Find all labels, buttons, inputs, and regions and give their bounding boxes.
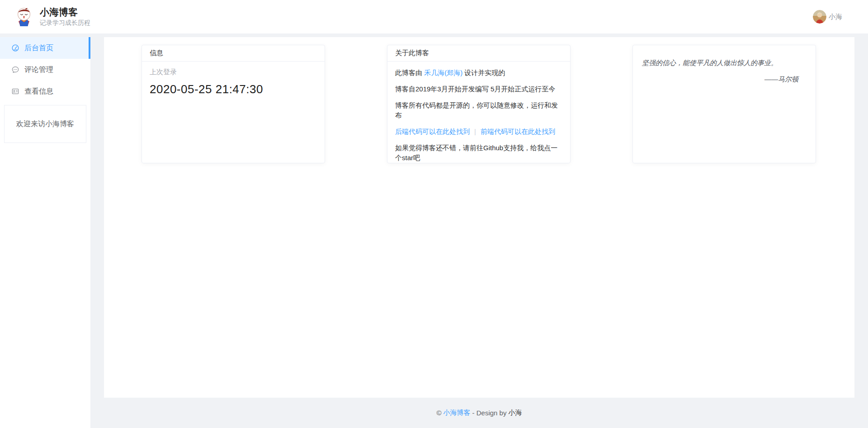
site-logo-icon xyxy=(14,6,34,27)
dashboard-icon xyxy=(11,44,19,52)
sidebar-menu: 后台首页 评论管理 xyxy=(0,37,90,102)
sidebar-item-label: 后台首页 xyxy=(24,43,53,53)
about-card-header: 关于此博客 xyxy=(387,45,570,62)
sidebar-item-label: 查看信息 xyxy=(24,87,53,96)
about-card-body: 此博客由 禾几海(郑海) 设计并实现的 博客自2019年3月开始开发编写 5月开… xyxy=(387,62,570,163)
about-card-title: 关于此博客 xyxy=(395,49,429,57)
header-user-menu[interactable]: 小海 xyxy=(813,10,842,24)
site-subtitle: 记录学习成长历程 xyxy=(40,19,90,27)
author-link[interactable]: 禾几海(郑海) xyxy=(424,69,462,76)
sidebar-item-comments[interactable]: 评论管理 xyxy=(0,59,90,81)
comments-icon xyxy=(11,66,19,74)
main-panel: 信息 上次登录 2020-05-25 21:47:30 关于此博客 此博客由 禾… xyxy=(104,37,854,398)
about-line-star: 如果觉得博客还不错，请前往Github支持我，给我点一个star吧 xyxy=(395,143,562,163)
link-separator: | xyxy=(470,128,481,135)
sidebar-item-profile[interactable]: 查看信息 xyxy=(0,81,90,102)
info-card: 信息 上次登录 2020-05-25 21:47:30 xyxy=(142,45,325,163)
cards-row: 信息 上次登录 2020-05-25 21:47:30 关于此博客 此博客由 禾… xyxy=(142,45,817,163)
sidebar: 后台首页 评论管理 xyxy=(0,37,90,428)
about-line-author: 此博客由 禾几海(郑海) 设计并实现的 xyxy=(395,68,562,78)
quote-text: 坚强的信心，能使平凡的人做出惊人的事业。 xyxy=(642,58,807,68)
user-avatar[interactable] xyxy=(813,10,826,24)
last-login-label: 上次登录 xyxy=(150,68,317,76)
about-line-code-links: 后端代码可以在此处找到|前端代码可以在此处找到 xyxy=(395,127,562,137)
frontend-code-link[interactable]: 前端代码可以在此处找到 xyxy=(481,128,555,135)
sidebar-item-dashboard[interactable]: 后台首页 xyxy=(0,37,90,59)
quote-author: ——马尔顿 xyxy=(642,75,807,84)
welcome-text: 欢迎来访小海博客 xyxy=(16,119,74,129)
last-login-time: 2020-05-25 21:47:30 xyxy=(150,82,317,96)
about-line1-suffix: 设计并实现的 xyxy=(462,69,505,76)
about-line1-prefix: 此博客由 xyxy=(395,69,424,76)
backend-code-link[interactable]: 后端代码可以在此处找到 xyxy=(395,128,470,135)
main-column: 信息 上次登录 2020-05-25 21:47:30 关于此博客 此博客由 禾… xyxy=(104,37,854,428)
copyright-symbol: © xyxy=(437,409,442,417)
footer-middle-text: - Design by xyxy=(472,409,507,417)
page-footer: © 小海博客 - Design by 小海 xyxy=(104,398,854,428)
quote-card-body: 坚强的信心，能使平凡的人做出惊人的事业。 ——马尔顿 xyxy=(633,45,816,93)
app-header: 小海博客 记录学习成长历程 小海 xyxy=(0,0,868,33)
info-card-body: 上次登录 2020-05-25 21:47:30 xyxy=(142,62,325,103)
footer-site-link[interactable]: 小海博客 xyxy=(443,409,471,417)
footer-designer-name: 小海 xyxy=(508,409,522,417)
info-card-header: 信息 xyxy=(142,45,325,62)
info-card-title: 信息 xyxy=(150,49,163,57)
welcome-box: 欢迎来访小海博客 xyxy=(4,105,86,143)
profile-icon xyxy=(11,87,19,95)
about-card: 关于此博客 此博客由 禾几海(郑海) 设计并实现的 博客自2019年3月开始开发… xyxy=(387,45,571,163)
site-title: 小海博客 xyxy=(40,6,90,18)
page-body: 后台首页 评论管理 xyxy=(0,33,868,428)
quote-card: 坚强的信心，能使平凡的人做出惊人的事业。 ——马尔顿 xyxy=(632,45,816,163)
about-line-opensource: 博客所有代码都是开源的，你可以随意修改，运行和发布 xyxy=(395,100,562,120)
site-title-block: 小海博客 记录学习成长历程 xyxy=(40,6,90,27)
user-name: 小海 xyxy=(829,13,842,21)
sidebar-item-label: 评论管理 xyxy=(24,65,53,75)
about-line-history: 博客自2019年3月开始开发编写 5月开始正式运行至今 xyxy=(395,84,562,94)
